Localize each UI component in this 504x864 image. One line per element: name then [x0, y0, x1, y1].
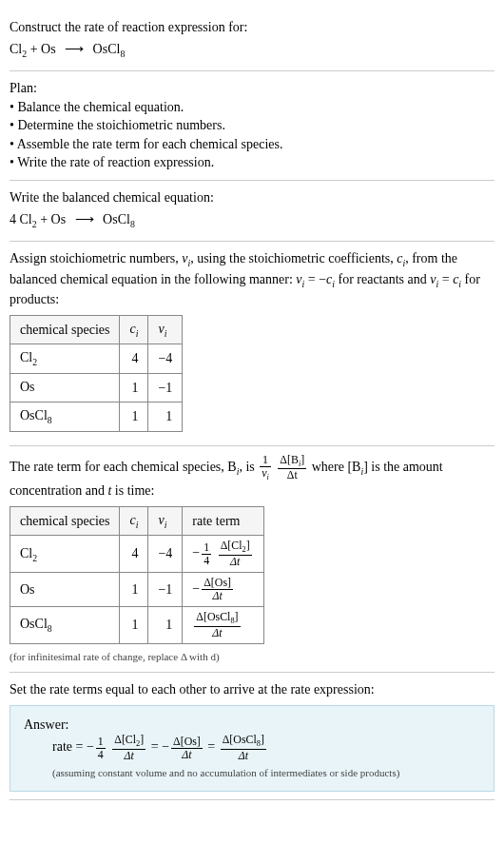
- answer-label: Answer:: [24, 716, 480, 735]
- cell-ci: 4: [120, 536, 148, 573]
- cell-nui: −4: [148, 536, 183, 573]
- cell-nui: 1: [148, 403, 183, 432]
- coefficient: 4: [10, 212, 20, 226]
- cell-species: Cl2: [10, 344, 120, 374]
- col-nui: νi: [148, 506, 183, 536]
- cell-species: OsCl8: [10, 607, 120, 644]
- col-rate: rate term: [183, 506, 263, 536]
- balanced-equation: 4 Cl2 + Os ⟶ OsCl8: [10, 210, 494, 231]
- plan-section: Plan: Balance the chemical equation. Det…: [10, 71, 494, 181]
- cell-nui: −4: [148, 344, 183, 374]
- col-ci: ci: [120, 315, 148, 344]
- prompt-text: Construct the rate of reaction expressio…: [10, 18, 494, 37]
- final-section: Set the rate terms equal to each other t…: [10, 673, 494, 799]
- answer-box: Answer: rate = −14 Δ[Cl2]Δt = −Δ[Os]Δt =…: [10, 705, 494, 792]
- cell-ci: 4: [120, 344, 148, 374]
- cell-nui: −1: [148, 573, 183, 607]
- cell-species: Os: [10, 573, 120, 607]
- fraction: Δ[Bi]Δt: [278, 454, 306, 482]
- cell-rate: Δ[OsCl8]Δt: [183, 607, 263, 644]
- rateterm-text: The rate term for each chemical species,…: [10, 454, 494, 501]
- unbalanced-equation: Cl2 + Os ⟶ OsCl8: [10, 40, 494, 61]
- table-header-row: chemical species ci νi: [10, 315, 183, 344]
- final-intro: Set the rate terms equal to each other t…: [10, 680, 494, 699]
- rate-expression: rate = −14 Δ[Cl2]Δt = −Δ[Os]Δt = Δ[OsCl8…: [52, 734, 480, 762]
- table-row: OsCl8 1 1 Δ[OsCl8]Δt: [10, 607, 264, 644]
- table-row: Os 1 −1 −Δ[Os]Δt: [10, 573, 264, 607]
- cell-nui: 1: [148, 607, 183, 644]
- assign-text: Assign stoichiometric numbers, νi, using…: [10, 249, 494, 309]
- rateterm-section: The rate term for each chemical species,…: [10, 446, 494, 674]
- species-os: Os: [51, 212, 67, 226]
- cell-rate: −14 Δ[Cl2]Δt: [183, 536, 263, 573]
- cell-nui: −1: [148, 373, 183, 403]
- cell-rate: −Δ[Os]Δt: [183, 573, 263, 607]
- cell-species: Cl2: [10, 536, 120, 573]
- plan-item: Balance the chemical equation.: [10, 98, 494, 117]
- table-row: OsCl8 1 1: [10, 403, 183, 432]
- fraction: 1νi: [260, 454, 271, 482]
- species-oscl8: OsCl8: [103, 212, 135, 226]
- balanced-intro: Write the balanced chemical equation:: [10, 188, 494, 207]
- table-row: Cl2 4 −4 −14 Δ[Cl2]Δt: [10, 536, 264, 573]
- plan-title: Plan:: [10, 79, 494, 98]
- plus-sign: +: [27, 42, 41, 56]
- plan-list: Balance the chemical equation. Determine…: [10, 98, 494, 172]
- col-nui: νi: [148, 315, 183, 344]
- table-row: Cl2 4 −4: [10, 344, 183, 374]
- plus-sign: +: [37, 212, 51, 226]
- col-species: chemical species: [10, 506, 120, 536]
- table-header-row: chemical species ci νi rate term: [10, 506, 264, 536]
- plan-item: Determine the stoichiometric numbers.: [10, 116, 494, 135]
- assign-section: Assign stoichiometric numbers, νi, using…: [10, 242, 494, 446]
- infinitesimal-note: (for infinitesimal rate of change, repla…: [10, 650, 494, 664]
- species-cl2: Cl2: [10, 42, 27, 56]
- arrow-icon: ⟶: [75, 210, 94, 229]
- plan-item: Assemble the rate term for each chemical…: [10, 135, 494, 154]
- species-os: Os: [41, 42, 56, 56]
- col-species: chemical species: [10, 315, 120, 344]
- assumption-note: (assuming constant volume and no accumul…: [52, 766, 480, 780]
- arrow-icon: ⟶: [65, 40, 84, 59]
- species-cl2: Cl2: [20, 212, 37, 226]
- cell-ci: 1: [120, 607, 148, 644]
- col-ci: ci: [120, 506, 148, 536]
- cell-species: Os: [10, 373, 120, 403]
- species-oscl8: OsCl8: [93, 42, 126, 56]
- cell-species: OsCl8: [10, 403, 120, 432]
- stoich-table: chemical species ci νi Cl2 4 −4 Os 1 −1 …: [10, 315, 183, 432]
- balanced-section: Write the balanced chemical equation: 4 …: [10, 181, 494, 242]
- cell-ci: 1: [120, 373, 148, 403]
- table-row: Os 1 −1: [10, 373, 183, 403]
- cell-ci: 1: [120, 403, 148, 432]
- plan-item: Write the rate of reaction expression.: [10, 153, 494, 172]
- prompt-section: Construct the rate of reaction expressio…: [10, 8, 494, 71]
- cell-ci: 1: [120, 573, 148, 607]
- rateterm-table: chemical species ci νi rate term Cl2 4 −…: [10, 506, 264, 644]
